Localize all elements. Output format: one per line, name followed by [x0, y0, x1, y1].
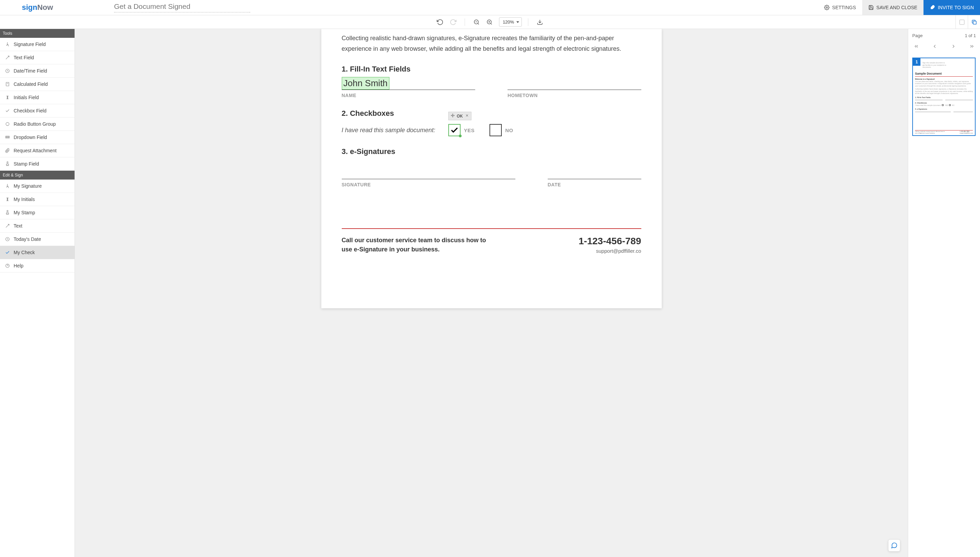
undo-button[interactable]: [435, 17, 446, 28]
radio-icon: [5, 121, 10, 127]
doc-intro-text: Collecting realistic hand-drawn signatur…: [342, 29, 641, 54]
signature-field[interactable]: [342, 166, 515, 179]
first-page-button[interactable]: [912, 42, 920, 51]
logo: signNow: [0, 3, 75, 12]
download-button[interactable]: [534, 17, 545, 28]
save-icon: [868, 5, 874, 10]
redo-button[interactable]: [448, 17, 459, 28]
name-label: NAME: [342, 93, 475, 98]
checkbox-prompt: I have read this sample document:: [342, 127, 435, 134]
sidebar-item-label: Calculated Field: [14, 81, 48, 87]
text-icon: [5, 223, 10, 229]
svg-rect-19: [6, 137, 10, 138]
save-close-button[interactable]: SAVE AND CLOSE: [862, 0, 923, 15]
prev-page-button[interactable]: [931, 42, 939, 51]
last-page-button[interactable]: [968, 42, 976, 51]
tools-section-header: Tools: [0, 29, 75, 38]
sidebar-tool-text-field[interactable]: Text Field: [0, 51, 75, 64]
footer-text: Call our customer service team to discus…: [342, 236, 492, 254]
svg-point-0: [826, 7, 827, 8]
sidebar-editsign-my-signature[interactable]: My Signature: [0, 179, 75, 193]
sidebar-editsign-my-initials[interactable]: My Initials: [0, 193, 75, 206]
stamp-icon: [5, 161, 10, 166]
attach-icon: [5, 148, 10, 153]
invite-label: INVITE TO SIGN: [938, 5, 974, 10]
footer-phone: 1-123-456-789: [579, 236, 641, 247]
yes-label: YES: [464, 127, 475, 133]
document-title-input[interactable]: [114, 2, 250, 13]
sidebar-tool-dropdown-field[interactable]: Dropdown Field: [0, 131, 75, 144]
date-field[interactable]: [548, 166, 641, 179]
zoom-out-button[interactable]: [471, 17, 482, 28]
check-icon: [5, 250, 10, 255]
sidebar-tool-date-time-field[interactable]: Date/Time Field: [0, 64, 75, 78]
signature-label: SIGNATURE: [342, 182, 515, 187]
sidebar-tool-signature-field[interactable]: Signature Field: [0, 38, 75, 51]
dropdown-icon: [5, 135, 10, 140]
sidebar-item-label: Help: [14, 263, 23, 269]
date-label: DATE: [548, 182, 641, 187]
sidebar-editsign-help[interactable]: Help: [0, 259, 75, 272]
svg-rect-10: [973, 21, 976, 24]
save-label: SAVE AND CLOSE: [876, 5, 917, 10]
hometown-label: HOMETOWN: [508, 93, 641, 98]
name-field[interactable]: John Smith: [342, 77, 475, 90]
sidebar-item-label: Radio Button Group: [14, 121, 56, 127]
calc-icon: [5, 81, 10, 87]
canvas-area[interactable]: Collecting realistic hand-drawn signatur…: [75, 29, 908, 557]
page-label: Page: [912, 33, 922, 38]
sidebar-item-label: Today's Date: [14, 236, 41, 242]
svg-point-17: [6, 122, 9, 125]
sidebar-item-label: My Stamp: [14, 210, 35, 215]
close-field-button[interactable]: [465, 114, 469, 119]
section-1-heading: 1. Fill-In Text Fields: [342, 65, 641, 73]
no-checkbox[interactable]: [490, 124, 502, 136]
section-2-heading: 2. Checkboxes: [342, 109, 641, 118]
zoom-select[interactable]: 120%: [499, 17, 522, 26]
sidebar-tool-calculated-field[interactable]: Calculated Field: [0, 78, 75, 91]
resize-handle[interactable]: [459, 135, 462, 137]
sidebar-tool-checkbox-field[interactable]: Checkbox Field: [0, 104, 75, 117]
sidebar-editsign-my-stamp[interactable]: My Stamp: [0, 206, 75, 219]
doc-divider: [342, 228, 641, 229]
sidebar-editsign-today-s-date[interactable]: Today's Date: [0, 233, 75, 246]
panel-toggle-button[interactable]: [956, 15, 968, 29]
signature-icon: [5, 42, 10, 47]
yes-checkbox[interactable]: [448, 124, 461, 136]
zoom-in-button[interactable]: [484, 17, 495, 28]
sidebar-tool-request-attachment[interactable]: Request Attachment: [0, 144, 75, 157]
settings-button[interactable]: SETTINGS: [818, 0, 862, 15]
svg-rect-12: [6, 83, 9, 86]
svg-rect-18: [6, 136, 10, 137]
no-label: NO: [505, 127, 513, 133]
invite-sign-button[interactable]: INVITE TO SIGN: [923, 0, 980, 15]
next-page-button[interactable]: [949, 42, 957, 51]
move-handle-icon[interactable]: [451, 114, 455, 119]
sidebar-item-label: Text: [14, 223, 23, 229]
document-page: Collecting realistic hand-drawn signatur…: [321, 29, 662, 308]
clock-icon: [5, 68, 10, 73]
sidebar-tool-radio-button-group[interactable]: Radio Button Group: [0, 117, 75, 131]
sidebar-item-label: Initials Field: [14, 95, 39, 100]
help-icon: [5, 263, 10, 269]
sidebar-item-label: Request Attachment: [14, 148, 57, 153]
footer-email: support@pdffiller.co: [579, 248, 641, 254]
chat-button[interactable]: [888, 539, 900, 552]
sidebar-tool-stamp-field[interactable]: Stamp Field: [0, 157, 75, 171]
sidebar-item-label: Checkbox Field: [14, 108, 47, 114]
gear-icon: [824, 5, 829, 10]
page-thumbnail-1[interactable]: 1 Sign this sample document toget famili…: [912, 57, 975, 136]
sidebar-editsign-text[interactable]: Text: [0, 219, 75, 233]
pages-panel-button[interactable]: [968, 15, 980, 29]
sidebar-item-label: Signature Field: [14, 42, 45, 47]
check-icon: [5, 108, 10, 114]
sidebar-item-label: Text Field: [14, 55, 34, 60]
sidebar-tool-initials-field[interactable]: Initials Field: [0, 91, 75, 104]
editsign-section-header: Edit & Sign: [0, 171, 75, 179]
ok-button[interactable]: OK: [457, 114, 463, 119]
hometown-field[interactable]: [508, 77, 641, 90]
stamp-icon: [5, 210, 10, 215]
feather-icon: [930, 5, 935, 10]
sidebar-item-label: My Check: [14, 250, 35, 255]
sidebar-editsign-my-check[interactable]: My Check: [0, 246, 75, 259]
